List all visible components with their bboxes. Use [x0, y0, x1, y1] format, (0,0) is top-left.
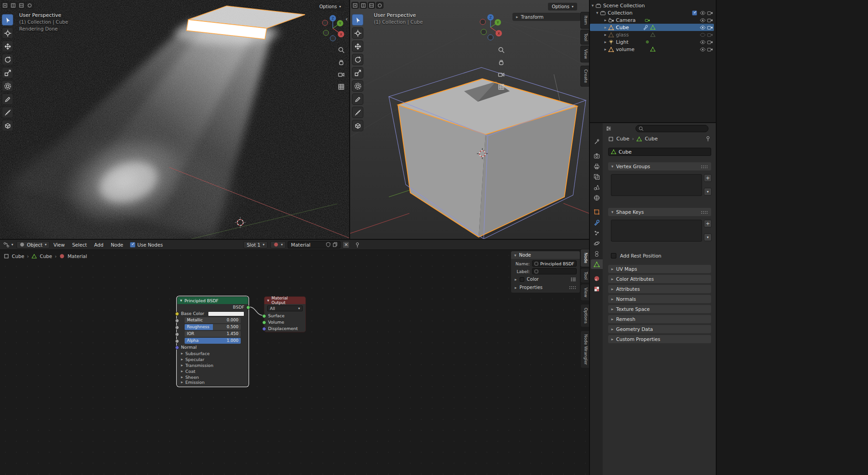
output-target-dropdown[interactable]: All ▾ [267, 305, 303, 311]
panel-texture-space[interactable]: ▸Texture Space [608, 305, 711, 313]
tab-tool[interactable] [591, 137, 603, 146]
shape-key-specials-button[interactable]: ▾ [704, 233, 712, 241]
zoom-icon[interactable] [497, 46, 505, 54]
roughness-row[interactable]: Roughness 0.500 [177, 324, 248, 330]
node-sidebar-panel[interactable]: ▾ Node Name: Principled BSDF Label: ▸ Co… [511, 251, 580, 293]
breadcrumb-object[interactable]: Cube [616, 136, 629, 142]
editor-type-button[interactable] [1, 2, 9, 9]
tab-view[interactable]: View [580, 284, 589, 301]
options-dropdown[interactable]: Options ▾ [315, 3, 345, 10]
node-material-output[interactable]: ▾ Material Output All ▾ Surface Volume D… [264, 296, 306, 332]
properties-editor[interactable]: Cube › Cube Cube ▾ Vertex Groups + ▾ ▾ S… [590, 123, 716, 475]
camera-view-icon[interactable] [337, 70, 345, 78]
scale-tool[interactable] [352, 67, 363, 78]
disclosure-icon[interactable]: ▸ [603, 47, 608, 52]
section-transmission[interactable]: ▸Transmission [177, 362, 248, 368]
zoom-icon[interactable] [337, 46, 345, 54]
browse-material-button[interactable]: ▾ [270, 241, 286, 248]
outliner-row-cube-selected[interactable]: ▸ Cube [590, 24, 714, 31]
color-checkbox[interactable] [520, 277, 524, 282]
panel-uv-maps[interactable]: ▸UV Maps [608, 265, 711, 273]
tab-modifiers[interactable] [591, 217, 603, 227]
scale-tool[interactable] [2, 67, 13, 78]
search-input[interactable] [646, 126, 700, 131]
base-color-socket[interactable] [175, 312, 179, 316]
render-restrict-camera-icon[interactable] [707, 10, 713, 16]
use-nodes-toggle[interactable]: Use Nodes [127, 240, 166, 249]
tab-material[interactable] [591, 274, 603, 283]
shader-type-dropdown[interactable]: Object ▾ [16, 241, 50, 248]
view-toggle-button-1[interactable] [360, 2, 367, 9]
material-name-field[interactable]: Material [288, 241, 341, 248]
pan-hand-icon[interactable] [497, 58, 505, 66]
shader-editor[interactable]: ▾ Object ▾ View Select Add Node Use Node… [0, 240, 589, 475]
displacement-input-row[interactable]: Displacement [264, 325, 305, 332]
surface-input-row[interactable]: Surface [264, 313, 305, 319]
section-specular[interactable]: ▸Specular [177, 356, 248, 362]
node-header[interactable]: ▾ Principled BSDF [177, 297, 248, 304]
metallic-row[interactable]: Metallic 0.000 [177, 317, 248, 324]
render-restrict-camera-icon[interactable] [707, 32, 713, 38]
add-cube-tool[interactable] [2, 120, 13, 131]
outliner-row-camera[interactable]: ▸ Camera [590, 16, 714, 24]
collapse-node-icon[interactable]: ▾ [180, 298, 182, 303]
node-name-field[interactable]: Principled BSDF [532, 260, 577, 267]
alpha-slider[interactable]: Alpha 1.000 [185, 338, 241, 344]
panel-grip-icon[interactable] [569, 286, 576, 289]
hide-eye-icon[interactable] [700, 39, 706, 45]
tab-scene[interactable] [591, 182, 603, 192]
outliner-row-collection[interactable]: ▾ Collection [590, 9, 714, 16]
row-label[interactable]: Collection [608, 10, 632, 16]
collapse-node-icon[interactable]: ▾ [267, 298, 269, 303]
move-tool[interactable] [2, 41, 13, 52]
transform-tool[interactable] [2, 80, 13, 92]
tab-constraints[interactable] [591, 249, 603, 258]
select-box-tool[interactable] [352, 14, 363, 26]
panel-attributes[interactable]: ▸Attributes [608, 285, 711, 293]
volume-input-row[interactable]: Volume [264, 319, 305, 325]
disclosure-icon[interactable]: ▸ [603, 25, 608, 30]
ortho-grid-icon[interactable] [497, 83, 505, 91]
bsdf-output-socket[interactable] [246, 305, 250, 310]
row-label[interactable]: Scene Collection [603, 3, 645, 9]
disclosure-icon[interactable]: ▾ [594, 10, 600, 15]
solid-scene-canvas[interactable] [350, 0, 589, 239]
tab-particles[interactable] [591, 228, 603, 238]
sidebar-collapse-arrow[interactable]: ‹ [346, 15, 348, 22]
editor-type-dropdown[interactable]: ▾ [0, 240, 16, 249]
node-panel-header[interactable]: ▾ Node [511, 251, 580, 259]
add-rest-position-checkbox[interactable] [611, 253, 616, 258]
editor-type-button[interactable] [351, 2, 359, 9]
tab-output[interactable] [591, 161, 603, 171]
section-subsurface[interactable]: ▸Subsurface [177, 351, 248, 356]
menu-add[interactable]: Add [91, 242, 107, 248]
menu-node[interactable]: Node [107, 242, 127, 248]
tab-item[interactable]: Item [580, 12, 589, 29]
add-rest-position-row[interactable]: Add Rest Position [611, 253, 661, 258]
alpha-row[interactable]: Alpha 1.000 [177, 338, 248, 344]
metallic-slider[interactable]: Metallic 0.000 [185, 317, 241, 323]
panel-color-attributes[interactable]: ▸Color Attributes [608, 275, 711, 283]
color-section[interactable]: ▸ Color [511, 274, 580, 283]
tab-node[interactable]: Node [580, 249, 589, 267]
tab-options[interactable]: Options [580, 304, 589, 327]
select-box-tool[interactable] [2, 14, 13, 26]
roughness-socket[interactable] [175, 325, 179, 330]
add-cube-tool[interactable] [352, 120, 363, 131]
navigation-gizmo[interactable]: Z Y X [478, 12, 503, 42]
section-coat[interactable]: ▸Coat [177, 368, 248, 374]
hide-eye-icon[interactable] [700, 10, 706, 16]
tab-object-data-active[interactable] [591, 259, 603, 269]
panel-remesh[interactable]: ▸Remesh [608, 315, 711, 323]
panel-grip-icon[interactable] [701, 165, 708, 168]
base-color-swatch[interactable] [208, 311, 244, 316]
metallic-socket[interactable] [175, 319, 179, 323]
viewport-solid[interactable]: User Perspective (1) Collection | Cube O… [350, 0, 589, 239]
breadcrumb-data[interactable]: Cube [645, 136, 657, 142]
displacement-input-socket[interactable] [262, 327, 266, 331]
node-canvas[interactable]: Cube › Cube › Material ▾ Principled BSDF… [0, 250, 589, 475]
render-restrict-camera-icon[interactable] [707, 46, 713, 52]
panel-custom-properties[interactable]: ▸Custom Properties [608, 335, 711, 343]
render-scene-canvas[interactable] [0, 0, 349, 239]
node-principled-bsdf[interactable]: ▾ Principled BSDF BSDF Base Color Metall… [177, 296, 248, 387]
